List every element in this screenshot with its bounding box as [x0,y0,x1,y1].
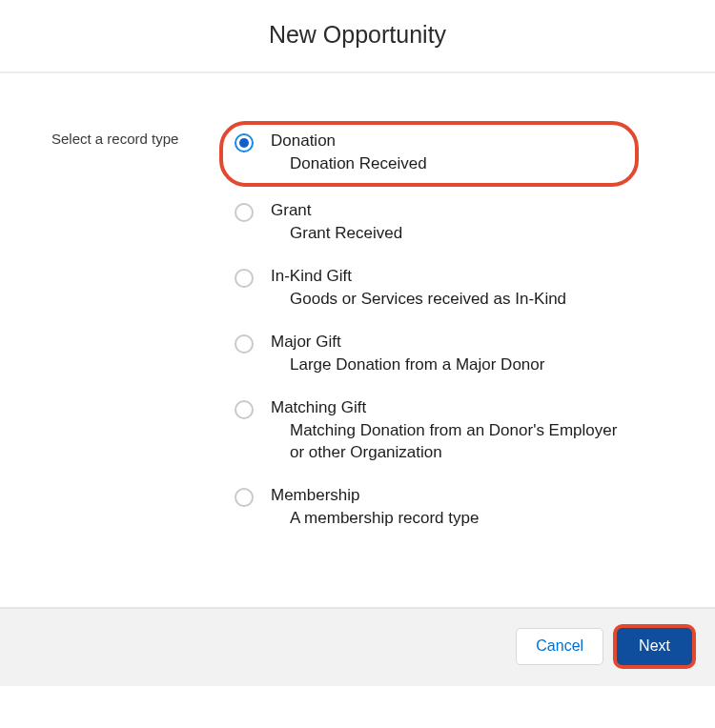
modal-title: New Opportunity [269,21,446,48]
record-type-label: Select a record type [51,121,219,147]
option-title: Major Gift [271,332,620,353]
modal-footer: Cancel Next [0,607,715,686]
option-desc: Donation Received [290,153,620,175]
record-type-options: DonationDonation ReceivedGrantGrant Rece… [219,121,686,541]
record-type-option[interactable]: Matching GiftMatching Donation from an D… [219,388,639,475]
option-title: In-Kind Gift [271,266,620,287]
radio-icon[interactable] [235,269,254,288]
option-text: Major GiftLarge Donation from a Major Do… [271,332,620,376]
next-button[interactable]: Next [617,628,692,665]
record-type-row: Select a record type DonationDonation Re… [51,121,686,541]
modal-body: Select a record type DonationDonation Re… [0,73,715,607]
option-desc: Large Donation from a Major Donor [290,354,620,376]
option-text: Matching GiftMatching Donation from an D… [271,397,620,464]
radio-icon[interactable] [235,334,254,354]
option-desc: Matching Donation from an Donor's Employ… [290,420,620,464]
new-opportunity-modal: New Opportunity Select a record type Don… [0,0,715,686]
radio-icon[interactable] [235,488,254,507]
record-type-option[interactable]: MembershipA membership record type [219,475,639,541]
option-title: Membership [271,485,620,506]
option-desc: Grant Received [290,223,620,245]
option-title: Grant [271,200,620,221]
radio-icon[interactable] [235,203,254,222]
record-type-option[interactable]: In-Kind GiftGoods or Services received a… [219,256,639,322]
record-type-option[interactable]: DonationDonation Received [219,121,639,187]
record-type-option[interactable]: GrantGrant Received [219,191,639,256]
record-type-option[interactable]: Major GiftLarge Donation from a Major Do… [219,322,639,388]
option-text: GrantGrant Received [271,200,620,245]
option-title: Matching Gift [271,397,620,418]
next-button-highlight: Next [613,624,696,669]
option-desc: A membership record type [290,508,620,530]
option-title: Donation [271,131,620,152]
cancel-button[interactable]: Cancel [516,628,603,665]
option-text: MembershipA membership record type [271,485,620,530]
option-desc: Goods or Services received as In-Kind [290,289,620,311]
radio-icon[interactable] [235,400,254,419]
radio-icon[interactable] [235,133,254,152]
modal-header: New Opportunity [0,0,715,73]
option-text: DonationDonation Received [271,131,620,175]
option-text: In-Kind GiftGoods or Services received a… [271,266,620,311]
